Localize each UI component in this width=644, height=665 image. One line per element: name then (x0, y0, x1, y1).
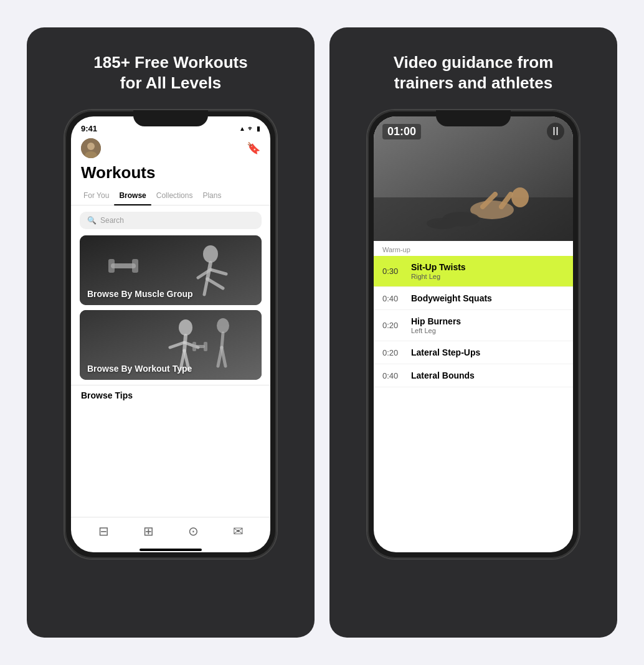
exercise-name-1: Sit-Up Twists (411, 262, 564, 272)
tab-browse[interactable]: Browse (114, 187, 151, 205)
svg-rect-20 (195, 345, 205, 348)
header-row: 🔖 (71, 136, 270, 162)
nav-message-icon[interactable]: ✉ (233, 524, 244, 539)
search-placeholder: Search (100, 216, 124, 225)
exercise-name-3: Hip Burners (411, 316, 564, 326)
tab-plans[interactable]: Plans (197, 187, 226, 205)
right-phone-frame: 01:00 II Warm-up 0:30 Sit-Up Twists Righ… (367, 110, 579, 559)
phone-notch (133, 110, 208, 126)
exercise-name-4: Lateral Step-Ups (411, 347, 564, 357)
svg-point-23 (217, 318, 229, 333)
status-icons: ▲ ᯤ ▮ (239, 125, 260, 132)
exercise-row-1[interactable]: 0:30 Sit-Up Twists Right Leg (374, 256, 573, 287)
wifi-icon: ᯤ (248, 125, 254, 132)
bottom-nav: ⊟ ⊞ ⊙ ✉ (71, 517, 270, 545)
left-card-title: 185+ Free Workouts for All Levels (93, 52, 247, 93)
browse-tips-row: Browse Tips (71, 385, 270, 405)
exercise-time-3: 0:20 (382, 321, 406, 330)
exercise-info-2: Bodyweight Squats (411, 293, 564, 303)
workouts-title: Workouts (71, 162, 270, 187)
exercise-time-5: 0:40 (382, 371, 406, 380)
signal-icon: ▲ (239, 125, 245, 132)
exercise-info-1: Sit-Up Twists Right Leg (411, 262, 564, 280)
bookmark-icon[interactable]: 🔖 (247, 141, 260, 155)
tab-bar: For You Browse Collections Plans (71, 187, 270, 205)
svg-rect-12 (132, 259, 138, 273)
tab-collections[interactable]: Collections (151, 187, 198, 205)
exercise-name-2: Bodyweight Squats (411, 293, 564, 303)
video-timer: 01:00 (382, 124, 421, 139)
exercise-row-4[interactable]: 0:20 Lateral Step-Ups (374, 341, 573, 364)
right-screen-content: 01:00 II Warm-up 0:30 Sit-Up Twists Righ… (374, 116, 573, 552)
svg-point-14 (179, 319, 192, 336)
search-bar[interactable]: 🔍 Search (80, 212, 262, 229)
svg-point-4 (203, 245, 218, 263)
exercise-time-4: 0:20 (382, 348, 406, 357)
warmup-label: Warm-up (374, 241, 573, 256)
exercise-row-3[interactable]: 0:20 Hip Burners Left Leg (374, 310, 573, 341)
search-icon: 🔍 (87, 216, 97, 225)
right-card: Video guidance from trainers and athlete… (329, 27, 617, 638)
right-phone-notch (436, 110, 511, 126)
exercise-time-2: 0:40 (382, 294, 406, 303)
video-area[interactable]: 01:00 II (374, 116, 573, 241)
svg-rect-11 (108, 259, 115, 273)
right-card-title: Video guidance from trainers and athlete… (394, 52, 554, 93)
battery-icon: ▮ (257, 125, 260, 132)
svg-line-24 (222, 333, 223, 347)
nav-stats-icon[interactable]: ⊞ (143, 524, 154, 539)
svg-rect-21 (192, 342, 196, 351)
tab-for-you[interactable]: For You (78, 187, 114, 205)
video-pause-button[interactable]: II (547, 123, 564, 140)
exercise-row-2[interactable]: 0:40 Bodyweight Squats (374, 287, 573, 310)
exercise-row-5[interactable]: 0:40 Lateral Bounds (374, 364, 573, 387)
browse-muscle-group-block[interactable]: Browse By Muscle Group (80, 235, 262, 305)
exercise-info-3: Hip Burners Left Leg (411, 316, 564, 334)
svg-point-1 (87, 143, 95, 150)
svg-rect-22 (204, 342, 207, 351)
browse-workout-type-block[interactable]: Browse By Workout Type (80, 310, 262, 380)
left-card: 185+ Free Workouts for All Levels 9:41 ▲… (27, 27, 315, 638)
status-time: 9:41 (81, 124, 97, 133)
nav-timer-icon[interactable]: ⊙ (188, 524, 199, 539)
nav-home-icon[interactable]: ⊟ (98, 524, 109, 539)
exercise-time-1: 0:30 (382, 266, 406, 276)
right-phone-screen: 01:00 II Warm-up 0:30 Sit-Up Twists Righ… (374, 116, 573, 552)
exercise-info-4: Lateral Step-Ups (411, 347, 564, 357)
home-indicator (140, 549, 202, 551)
svg-point-30 (511, 187, 529, 207)
left-phone-screen: 9:41 ▲ ᯤ ▮ 🔖 (71, 116, 270, 552)
pause-icon: II (552, 125, 559, 138)
avatar[interactable] (81, 138, 101, 158)
browse-workout-type-label: Browse By Workout Type (87, 364, 192, 374)
left-screen-content: 9:41 ▲ ᯤ ▮ 🔖 (71, 116, 270, 552)
browse-muscle-label: Browse By Muscle Group (87, 289, 193, 299)
exercise-sub-3: Left Leg (411, 327, 564, 334)
exercise-name-5: Lateral Bounds (411, 370, 564, 380)
svg-point-32 (427, 218, 458, 229)
left-phone-frame: 9:41 ▲ ᯤ ▮ 🔖 (65, 110, 277, 559)
exercise-info-5: Lateral Bounds (411, 370, 564, 380)
exercise-sub-1: Right Leg (411, 273, 564, 280)
